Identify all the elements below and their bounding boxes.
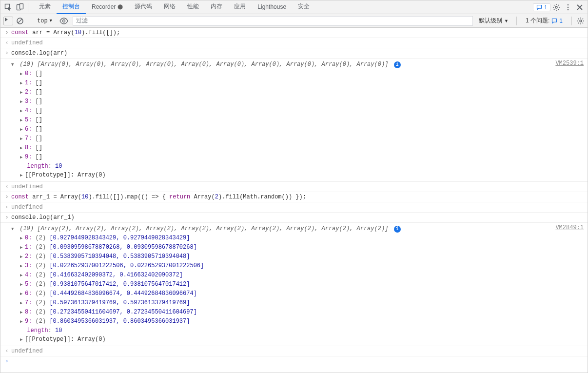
caret-right-icon[interactable]: ▶: [20, 70, 25, 79]
svg-rect-2: [20, 3, 23, 9]
caret-right-icon[interactable]: ▶: [20, 253, 25, 261]
source-link[interactable]: VM2849:1: [555, 224, 584, 231]
array-tree: ▶0: []▶1: []▶2: []▶3: []▶4: []▶5: []▶6: …: [11, 69, 551, 180]
clear-console-icon[interactable]: [16, 17, 24, 25]
console-body[interactable]: const arr = Array(10).fill([]); undefine…: [0, 28, 588, 373]
array-length: length: 10: [20, 326, 551, 335]
array-item[interactable]: ▶1: []: [20, 79, 551, 88]
array-item[interactable]: ▶5: (2) [0.9381075647017412, 0.938107564…: [20, 280, 551, 289]
code-line[interactable]: console.log(arr): [11, 50, 584, 57]
undefined-output: undefined: [11, 204, 584, 211]
array-item[interactable]: ▶6: []: [20, 125, 551, 134]
caret-right-icon[interactable]: ▶: [20, 317, 25, 326]
array-prototype[interactable]: ▶[[Prototype]]: Array(0): [20, 171, 551, 180]
caret-right-icon[interactable]: ▶: [20, 144, 25, 153]
separator: [571, 17, 572, 25]
close-devtools-icon[interactable]: [574, 1, 586, 13]
caret-right-icon[interactable]: ▶: [20, 171, 25, 180]
console-prompt[interactable]: [0, 356, 588, 366]
array-item[interactable]: ▶6: (2) [0.44492684836096674, 0.44492684…: [20, 289, 551, 298]
tab-network[interactable]: 网络: [158, 0, 181, 14]
console-log-row: ▼ (10) [Array(0), Array(0), Array(0), Ar…: [0, 59, 588, 182]
caret-right-icon[interactable]: ▶: [20, 135, 25, 143]
live-expression-icon[interactable]: [58, 16, 70, 26]
undefined-output: undefined: [11, 348, 584, 354]
array-item[interactable]: ▶2: (2) [0.5383905710394048, 0.538390571…: [20, 252, 551, 261]
caret-right-icon[interactable]: ▶: [20, 335, 25, 344]
info-icon[interactable]: i: [394, 61, 401, 68]
caret-right-icon[interactable]: ▶: [20, 299, 25, 308]
caret-right-icon[interactable]: ▶: [20, 107, 25, 116]
caret-right-icon[interactable]: ▶: [20, 98, 25, 106]
caret-right-icon[interactable]: ▶: [20, 153, 25, 162]
inspect-element-icon[interactable]: [2, 1, 14, 13]
array-item[interactable]: ▶9: (2) [0.8603495366031937, 0.860349536…: [20, 317, 551, 326]
array-item[interactable]: ▶8: []: [20, 143, 551, 153]
code-line[interactable]: console.log(arr_1): [11, 214, 584, 221]
array-item[interactable]: ▶4: []: [20, 106, 551, 116]
array-item[interactable]: ▶3: (2) [0.022652937001222506, 0.0226529…: [20, 261, 551, 271]
tab-sources[interactable]: 源代码: [129, 0, 158, 14]
array-prototype[interactable]: ▶[[Prototype]]: Array(0): [20, 335, 551, 344]
log-level-select[interactable]: 默认级别 ▼: [476, 16, 511, 26]
code-line[interactable]: const arr = Array(10).fill([]);: [11, 29, 584, 36]
console-toolbar: top ▼ 过滤 默认级别 ▼ 1 个问题: 1: [0, 14, 588, 28]
device-toggle-icon[interactable]: [14, 1, 26, 13]
issues-counter[interactable]: 1 个问题: 1: [522, 17, 567, 25]
caret-right-icon[interactable]: ▶: [20, 308, 25, 317]
input-marker-icon: [2, 50, 11, 57]
tab-security[interactable]: 安全: [292, 0, 315, 14]
array-item[interactable]: ▶8: (2) [0.27234550411604697, 0.27234550…: [20, 308, 551, 317]
caret-right-icon[interactable]: ▶: [20, 234, 25, 243]
message-count-badge[interactable]: 1: [533, 3, 550, 11]
array-item[interactable]: ▶7: (2) [0.5973613379419769, 0.597361337…: [20, 298, 551, 308]
array-item[interactable]: ▶0: (2) [0.9279449028343429, 0.927944902…: [20, 234, 551, 243]
caret-right-icon[interactable]: ▶: [20, 280, 25, 289]
log-content: ▼ (10) [Array(0), Array(0), Array(0), Ar…: [11, 60, 551, 180]
tab-console[interactable]: 控制台: [57, 0, 86, 14]
tab-performance[interactable]: 性能: [181, 0, 205, 14]
prompt-input[interactable]: [11, 358, 584, 365]
caret-right-icon[interactable]: ▶: [20, 243, 25, 252]
code-line[interactable]: const arr_1 = Array(10).fill([]).map(() …: [11, 194, 584, 200]
array-item[interactable]: ▶9: []: [20, 153, 551, 162]
more-menu-icon[interactable]: [562, 1, 574, 13]
log-level-label: 默认级别: [479, 17, 502, 25]
array-item[interactable]: ▶1: (2) [0.09309598678870268, 0.09309598…: [20, 243, 551, 252]
execution-context-select[interactable]: top ▼: [34, 16, 55, 26]
caret-right-icon[interactable]: ▶: [20, 271, 25, 280]
toggle-sidebar-icon[interactable]: [3, 17, 13, 25]
caret-right-icon[interactable]: ▶: [20, 125, 25, 134]
caret-right-icon[interactable]: ▶: [20, 262, 25, 271]
settings-gear-icon[interactable]: [550, 1, 562, 13]
array-item[interactable]: ▶5: []: [20, 116, 551, 125]
array-item[interactable]: ▶0: []: [20, 69, 551, 79]
tab-lighthouse[interactable]: Lighthouse: [252, 0, 292, 14]
array-summary-line[interactable]: ▼ (10) [Array(0), Array(0), Array(0), Ar…: [11, 60, 551, 69]
caret-down-icon[interactable]: ▼: [11, 225, 16, 234]
array-item[interactable]: ▶7: []: [20, 134, 551, 143]
caret-right-icon[interactable]: ▶: [20, 79, 25, 88]
caret-down-icon[interactable]: ▼: [11, 60, 16, 69]
array-item[interactable]: ▶4: (2) [0.416632402090372, 0.4166324020…: [20, 271, 551, 280]
output-marker-icon: [2, 204, 11, 211]
caret-right-icon[interactable]: ▶: [20, 290, 25, 298]
source-link[interactable]: VM2539:1: [555, 60, 584, 67]
array-item[interactable]: ▶3: []: [20, 97, 551, 106]
array-item[interactable]: ▶2: []: [20, 88, 551, 97]
array-summary-line[interactable]: ▼ (10) [Array(2), Array(2), Array(2), Ar…: [11, 224, 551, 234]
input-marker-icon: [2, 194, 11, 200]
output-marker-icon: [2, 348, 11, 354]
info-icon[interactable]: i: [394, 226, 401, 233]
tab-elements[interactable]: 元素: [33, 0, 57, 14]
svg-point-9: [580, 20, 582, 22]
filter-input[interactable]: 过滤: [73, 16, 473, 26]
console-settings-gear-icon[interactable]: [577, 17, 585, 25]
tab-memory[interactable]: 内存: [205, 0, 228, 14]
tab-recorder[interactable]: Recorder ⬤: [86, 0, 129, 14]
caret-right-icon[interactable]: ▶: [20, 88, 25, 97]
svg-point-5: [568, 6, 569, 8]
recorder-beta-icon: ⬤: [118, 4, 123, 9]
tab-application[interactable]: 应用: [228, 0, 252, 14]
caret-right-icon[interactable]: ▶: [20, 116, 25, 125]
